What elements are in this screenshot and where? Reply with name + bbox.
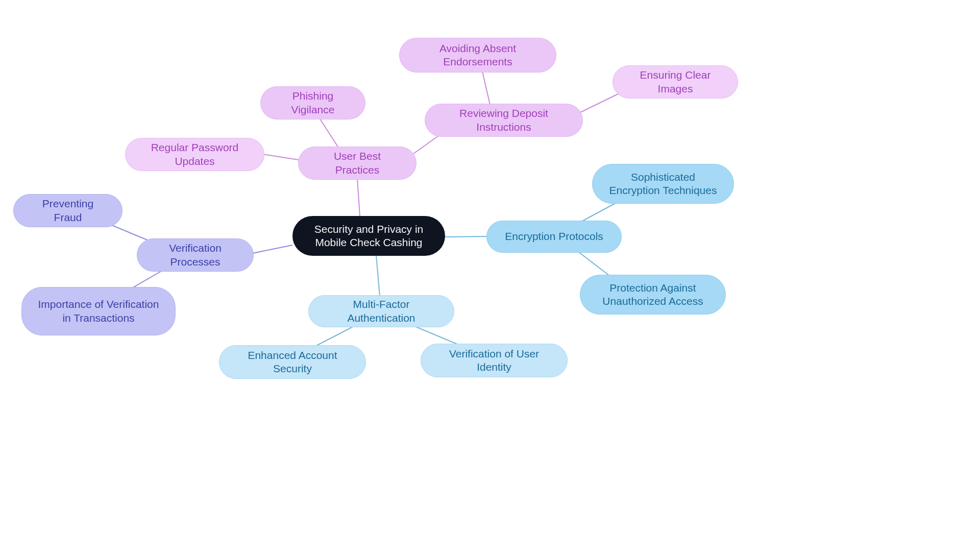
node-phishing-vigilance[interactable]: Phishing Vigilance <box>260 86 365 119</box>
svg-line-3 <box>376 255 380 296</box>
node-label: Ensuring Clear Images <box>627 68 723 95</box>
edge-layer <box>0 0 980 553</box>
svg-line-6 <box>248 245 292 254</box>
node-label: Avoiding Absent Endorsements <box>414 42 542 69</box>
svg-line-13 <box>482 71 490 105</box>
svg-line-10 <box>319 117 338 148</box>
node-enhanced-security[interactable]: Enhanced Account Security <box>219 345 366 379</box>
svg-line-0 <box>444 236 486 237</box>
node-label: Verification Processes <box>152 242 239 269</box>
node-label: Verification of User Identity <box>435 347 553 374</box>
node-label: Sophisticated Encryption Techniques <box>607 171 719 198</box>
svg-line-14 <box>579 93 620 113</box>
node-password-updates[interactable]: Regular Password Updates <box>125 138 264 171</box>
node-label: User Best Practices <box>313 150 402 177</box>
node-label: Phishing Vigilance <box>275 89 351 116</box>
node-avoiding-endorsements[interactable]: Avoiding Absent Endorsements <box>399 38 556 73</box>
node-label: Preventing Fraud <box>28 197 108 224</box>
node-encryption-protocols[interactable]: Encryption Protocols <box>486 221 622 253</box>
node-user-best-practices[interactable]: User Best Practices <box>298 147 416 180</box>
node-protection-unauthorized[interactable]: Protection Against Unauthorized Access <box>580 275 726 315</box>
svg-line-11 <box>263 154 299 160</box>
node-label: Reviewing Deposit Instructions <box>439 107 568 134</box>
node-label: Encryption Protocols <box>505 230 603 243</box>
center-node[interactable]: Security and Privacy in Mobile Check Cas… <box>292 216 445 256</box>
node-preventing-fraud[interactable]: Preventing Fraud <box>13 194 122 227</box>
node-verification-identity[interactable]: Verification of User Identity <box>421 344 568 377</box>
node-label: Multi-Factor Authentication <box>323 298 439 325</box>
node-verification-processes[interactable]: Verification Processes <box>137 238 254 272</box>
node-label: Importance of Verification in Transactio… <box>36 298 161 325</box>
svg-line-9 <box>357 179 360 216</box>
node-sophisticated-encryption[interactable]: Sophisticated Encryption Techniques <box>592 164 734 204</box>
node-label: Regular Password Updates <box>140 141 250 168</box>
node-ensuring-clear-images[interactable]: Ensuring Clear Images <box>612 65 738 99</box>
node-label: Enhanced Account Security <box>234 349 351 376</box>
node-label: Protection Against Unauthorized Access <box>595 281 711 308</box>
center-node-label: Security and Privacy in Mobile Check Cas… <box>307 223 431 250</box>
mindmap-canvas: Security and Privacy in Mobile Check Cas… <box>0 0 980 553</box>
node-mfa[interactable]: Multi-Factor Authentication <box>308 295 454 327</box>
node-importance-verification[interactable]: Importance of Verification in Transactio… <box>21 287 176 335</box>
node-reviewing-deposit[interactable]: Reviewing Deposit Instructions <box>425 104 583 137</box>
